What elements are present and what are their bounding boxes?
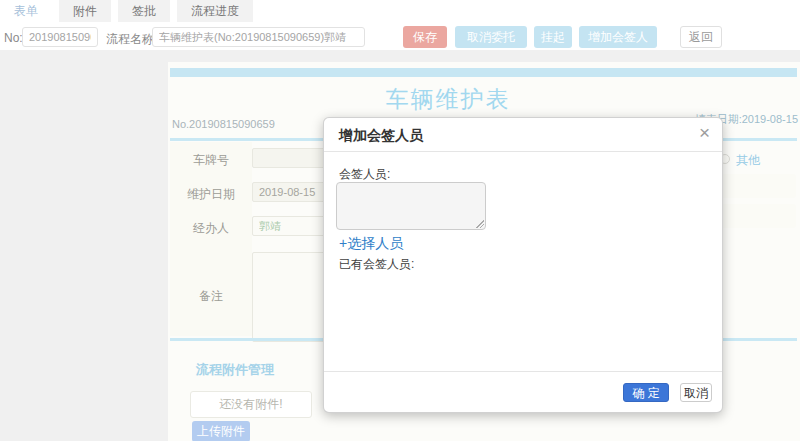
handler-label: 经办人 (170, 220, 252, 237)
plate-number-label: 车牌号 (170, 152, 252, 169)
confirm-button[interactable]: 确 定 (623, 383, 669, 402)
other-link[interactable]: 其他 (736, 152, 760, 169)
tab-form[interactable]: 表单 (0, 0, 52, 22)
tab-bar: 表单 附件 签批 流程进度 (0, 0, 800, 22)
cancel-delegation-button[interactable]: 取消委托 (455, 26, 527, 48)
maintenance-date-label: 维护日期 (170, 186, 252, 203)
label-column-background (170, 142, 252, 336)
attachment-section-heading: 流程附件管理 (196, 361, 274, 379)
tab-attachment[interactable]: 附件 (59, 0, 111, 22)
add-countersign-modal: 增加会签人员 × 会签人员: +选择人员 已有会签人员: 确 定 取消 (323, 117, 723, 413)
existing-countersign-label: 已有会签人员: (339, 256, 414, 273)
process-name-input[interactable] (152, 27, 365, 47)
suspend-button[interactable]: 挂起 (534, 26, 572, 48)
toolbar: No: 流程名称: 保存 取消委托 挂起 增加会签人 返回 (0, 24, 800, 50)
modal-title: 增加会签人员 (339, 127, 423, 145)
cancel-button[interactable]: 取消 (680, 383, 712, 402)
panel-top-accent-bar (170, 68, 797, 77)
tab-sign-approval[interactable]: 签批 (118, 0, 170, 22)
attachment-empty-box: 还没有附件! (190, 391, 312, 418)
no-input[interactable] (22, 27, 98, 47)
add-countersign-button[interactable]: 增加会签人 (579, 26, 657, 48)
process-name-label: 流程名称: (106, 31, 157, 48)
save-button[interactable]: 保存 (403, 26, 447, 48)
select-person-link[interactable]: +选择人员 (339, 235, 403, 253)
remarks-label: 备注 (170, 288, 252, 305)
form-no-text: No.20190815090659 (172, 118, 275, 130)
no-label: No: (4, 31, 23, 45)
back-button[interactable]: 返回 (680, 26, 722, 48)
modal-footer: 确 定 取消 (324, 371, 722, 412)
countersign-person-textarea[interactable] (336, 182, 486, 230)
form-title: 车辆维护表 (168, 84, 728, 115)
close-icon[interactable]: × (699, 123, 710, 142)
upload-attachment-button[interactable]: 上传附件 (192, 421, 250, 441)
countersign-person-label: 会签人员: (339, 166, 390, 183)
tab-process-progress[interactable]: 流程进度 (177, 0, 253, 22)
modal-header: 增加会签人员 × (324, 118, 722, 152)
